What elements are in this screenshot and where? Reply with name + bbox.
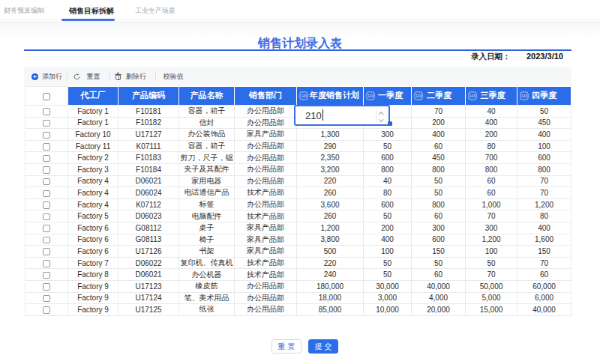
svg-text:123: 123 <box>416 94 422 98</box>
svg-text:123: 123 <box>470 94 476 98</box>
svg-text:123: 123 <box>368 94 374 98</box>
svg-text:123: 123 <box>301 94 307 98</box>
svg-text:123: 123 <box>521 94 527 98</box>
